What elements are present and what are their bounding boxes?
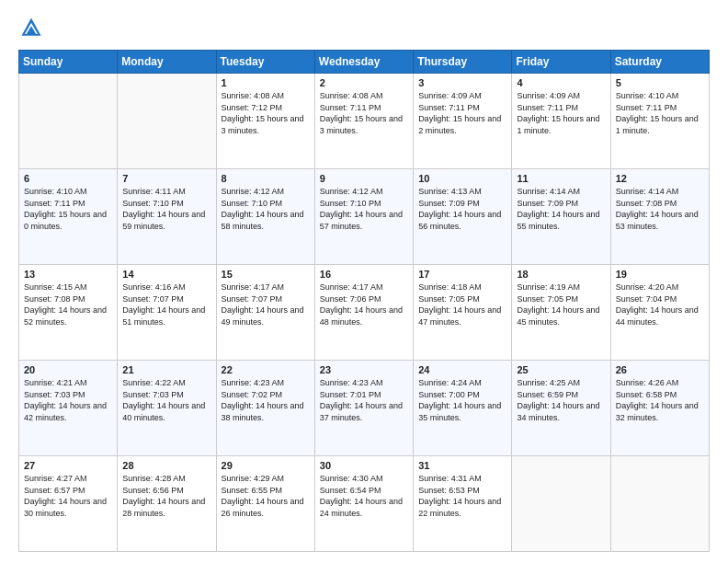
day-number: 15	[222, 269, 310, 280]
day-info: Sunrise: 4:29 AM Sunset: 6:55 PM Dayligh…	[222, 473, 310, 519]
calendar-cell: 16Sunrise: 4:17 AM Sunset: 7:06 PM Dayli…	[314, 265, 413, 361]
day-number: 26	[616, 364, 704, 375]
day-number: 7	[122, 173, 210, 184]
day-info: Sunrise: 4:22 AM Sunset: 7:03 PM Dayligh…	[122, 377, 210, 423]
day-number: 19	[616, 269, 704, 280]
calendar-week-row: 1Sunrise: 4:08 AM Sunset: 7:12 PM Daylig…	[19, 74, 710, 169]
calendar-week-row: 6Sunrise: 4:10 AM Sunset: 7:11 PM Daylig…	[19, 169, 710, 265]
day-info: Sunrise: 4:09 AM Sunset: 7:11 PM Dayligh…	[517, 90, 605, 136]
day-number: 22	[222, 364, 310, 375]
day-number: 10	[418, 173, 506, 184]
weekday-header-thursday: Thursday	[414, 51, 512, 74]
calendar-cell	[610, 456, 709, 552]
calendar-cell: 24Sunrise: 4:24 AM Sunset: 7:00 PM Dayli…	[414, 361, 512, 456]
day-number: 23	[320, 364, 408, 375]
weekday-header-sunday: Sunday	[19, 51, 118, 74]
day-number: 14	[122, 269, 210, 280]
calendar-week-row: 13Sunrise: 4:15 AM Sunset: 7:08 PM Dayli…	[19, 265, 710, 361]
day-info: Sunrise: 4:08 AM Sunset: 7:11 PM Dayligh…	[320, 90, 408, 136]
header	[18, 15, 710, 40]
page: SundayMondayTuesdayWednesdayThursdayFrid…	[0, 0, 728, 563]
calendar-table: SundayMondayTuesdayWednesdayThursdayFrid…	[18, 50, 710, 552]
day-info: Sunrise: 4:17 AM Sunset: 7:06 PM Dayligh…	[320, 282, 408, 327]
day-info: Sunrise: 4:25 AM Sunset: 6:59 PM Dayligh…	[517, 377, 605, 423]
weekday-header-wednesday: Wednesday	[314, 51, 413, 74]
calendar-cell: 19Sunrise: 4:20 AM Sunset: 7:04 PM Dayli…	[610, 265, 709, 361]
calendar-cell: 18Sunrise: 4:19 AM Sunset: 7:05 PM Dayli…	[512, 265, 610, 361]
day-info: Sunrise: 4:24 AM Sunset: 7:00 PM Dayligh…	[418, 377, 506, 423]
day-info: Sunrise: 4:19 AM Sunset: 7:05 PM Dayligh…	[517, 282, 605, 327]
day-info: Sunrise: 4:21 AM Sunset: 7:03 PM Dayligh…	[24, 377, 112, 423]
day-number: 5	[616, 77, 704, 88]
calendar-cell: 22Sunrise: 4:23 AM Sunset: 7:02 PM Dayli…	[216, 361, 314, 456]
day-number: 25	[517, 364, 605, 375]
logo	[18, 15, 48, 40]
day-number: 4	[517, 77, 605, 88]
day-info: Sunrise: 4:12 AM Sunset: 7:10 PM Dayligh…	[320, 186, 408, 232]
calendar-cell: 23Sunrise: 4:23 AM Sunset: 7:01 PM Dayli…	[314, 361, 413, 456]
day-number: 16	[320, 269, 408, 280]
day-info: Sunrise: 4:26 AM Sunset: 6:58 PM Dayligh…	[616, 377, 704, 423]
day-info: Sunrise: 4:11 AM Sunset: 7:10 PM Dayligh…	[122, 186, 210, 232]
day-number: 9	[320, 173, 408, 184]
day-info: Sunrise: 4:28 AM Sunset: 6:56 PM Dayligh…	[122, 473, 210, 519]
calendar-cell: 15Sunrise: 4:17 AM Sunset: 7:07 PM Dayli…	[216, 265, 314, 361]
day-info: Sunrise: 4:12 AM Sunset: 7:10 PM Dayligh…	[222, 186, 310, 232]
day-number: 17	[418, 269, 506, 280]
calendar-cell: 3Sunrise: 4:09 AM Sunset: 7:11 PM Daylig…	[414, 74, 512, 169]
day-number: 30	[320, 460, 408, 471]
day-info: Sunrise: 4:08 AM Sunset: 7:12 PM Dayligh…	[222, 90, 310, 136]
day-info: Sunrise: 4:15 AM Sunset: 7:08 PM Dayligh…	[24, 282, 112, 327]
day-info: Sunrise: 4:23 AM Sunset: 7:01 PM Dayligh…	[320, 377, 408, 423]
calendar-cell: 29Sunrise: 4:29 AM Sunset: 6:55 PM Dayli…	[216, 456, 314, 552]
calendar-cell: 25Sunrise: 4:25 AM Sunset: 6:59 PM Dayli…	[512, 361, 610, 456]
day-number: 27	[24, 460, 112, 471]
calendar-cell: 26Sunrise: 4:26 AM Sunset: 6:58 PM Dayli…	[610, 361, 709, 456]
calendar-cell	[19, 74, 118, 169]
day-number: 12	[616, 173, 704, 184]
day-info: Sunrise: 4:31 AM Sunset: 6:53 PM Dayligh…	[418, 473, 506, 519]
day-info: Sunrise: 4:09 AM Sunset: 7:11 PM Dayligh…	[418, 90, 506, 136]
day-number: 11	[517, 173, 605, 184]
calendar-cell: 11Sunrise: 4:14 AM Sunset: 7:09 PM Dayli…	[512, 169, 610, 265]
calendar-cell: 20Sunrise: 4:21 AM Sunset: 7:03 PM Dayli…	[19, 361, 118, 456]
day-info: Sunrise: 4:18 AM Sunset: 7:05 PM Dayligh…	[418, 282, 506, 327]
day-number: 13	[24, 269, 112, 280]
day-info: Sunrise: 4:16 AM Sunset: 7:07 PM Dayligh…	[122, 282, 210, 327]
day-number: 18	[517, 269, 605, 280]
day-info: Sunrise: 4:17 AM Sunset: 7:07 PM Dayligh…	[222, 282, 310, 327]
day-info: Sunrise: 4:10 AM Sunset: 7:11 PM Dayligh…	[616, 90, 704, 136]
day-number: 1	[222, 77, 310, 88]
day-info: Sunrise: 4:23 AM Sunset: 7:02 PM Dayligh…	[222, 377, 310, 423]
day-number: 6	[24, 173, 112, 184]
day-info: Sunrise: 4:14 AM Sunset: 7:09 PM Dayligh…	[517, 186, 605, 232]
day-info: Sunrise: 4:30 AM Sunset: 6:54 PM Dayligh…	[320, 473, 408, 519]
weekday-header-saturday: Saturday	[610, 51, 709, 74]
calendar-cell: 31Sunrise: 4:31 AM Sunset: 6:53 PM Dayli…	[414, 456, 512, 552]
weekday-header-monday: Monday	[118, 51, 216, 74]
calendar-cell: 27Sunrise: 4:27 AM Sunset: 6:57 PM Dayli…	[19, 456, 118, 552]
day-number: 29	[222, 460, 310, 471]
calendar-week-row: 27Sunrise: 4:27 AM Sunset: 6:57 PM Dayli…	[19, 456, 710, 552]
logo-icon	[18, 15, 44, 40]
calendar-cell	[118, 74, 216, 169]
calendar-cell: 28Sunrise: 4:28 AM Sunset: 6:56 PM Dayli…	[118, 456, 216, 552]
weekday-header-tuesday: Tuesday	[216, 51, 314, 74]
day-number: 31	[418, 460, 506, 471]
calendar-cell: 1Sunrise: 4:08 AM Sunset: 7:12 PM Daylig…	[216, 74, 314, 169]
weekday-header-friday: Friday	[512, 51, 610, 74]
day-number: 21	[122, 364, 210, 375]
calendar-cell: 5Sunrise: 4:10 AM Sunset: 7:11 PM Daylig…	[610, 74, 709, 169]
calendar-cell: 12Sunrise: 4:14 AM Sunset: 7:08 PM Dayli…	[610, 169, 709, 265]
day-info: Sunrise: 4:20 AM Sunset: 7:04 PM Dayligh…	[616, 282, 704, 327]
day-number: 24	[418, 364, 506, 375]
calendar-cell: 7Sunrise: 4:11 AM Sunset: 7:10 PM Daylig…	[118, 169, 216, 265]
calendar-cell: 4Sunrise: 4:09 AM Sunset: 7:11 PM Daylig…	[512, 74, 610, 169]
weekday-header-row: SundayMondayTuesdayWednesdayThursdayFrid…	[19, 51, 710, 74]
calendar-cell: 13Sunrise: 4:15 AM Sunset: 7:08 PM Dayli…	[19, 265, 118, 361]
day-number: 3	[418, 77, 506, 88]
calendar-cell: 30Sunrise: 4:30 AM Sunset: 6:54 PM Dayli…	[314, 456, 413, 552]
calendar-cell: 21Sunrise: 4:22 AM Sunset: 7:03 PM Dayli…	[118, 361, 216, 456]
calendar-cell: 10Sunrise: 4:13 AM Sunset: 7:09 PM Dayli…	[414, 169, 512, 265]
calendar-cell: 17Sunrise: 4:18 AM Sunset: 7:05 PM Dayli…	[414, 265, 512, 361]
